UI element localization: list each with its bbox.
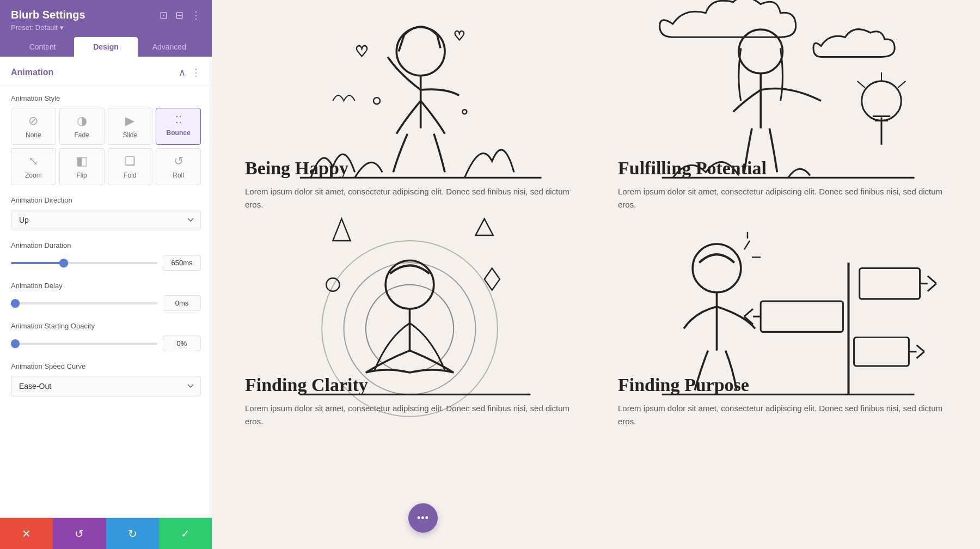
duration-slider-row: 650ms	[11, 255, 201, 271]
delay-slider[interactable]	[11, 302, 157, 304]
section-header-icons: ∧ ⋮	[179, 66, 201, 78]
zoom-label: Zoom	[25, 172, 42, 179]
svg-rect-26	[860, 269, 920, 299]
roll-label: Roll	[173, 172, 184, 179]
panel-title-icons: ⊡ ⊟ ⋮	[160, 9, 201, 21]
layout-icon[interactable]: ⊟	[175, 9, 183, 21]
svg-line-12	[857, 81, 865, 88]
blurb-item-4: Finding Purpose Lorem ipsum dolor sit am…	[618, 239, 947, 428]
reset-button[interactable]: ↺	[53, 518, 106, 549]
speed-select[interactable]: Ease-Out Ease-In Ease-In-Out Linear Boun…	[11, 376, 201, 396]
fold-icon: ❏	[125, 154, 136, 168]
style-label: Animation Style	[11, 94, 201, 102]
panel-tabs: Content Design Advanced	[11, 37, 201, 57]
svg-point-11	[862, 81, 902, 121]
direction-select[interactable]: Up Down Left Right Center	[11, 210, 201, 230]
panel-title-row: Blurb Settings ⊡ ⊟ ⋮	[11, 9, 201, 21]
svg-line-35	[917, 352, 924, 358]
style-slide[interactable]: ▶ Slide	[108, 108, 153, 145]
fab-button[interactable]: •••	[408, 503, 438, 533]
slide-icon: ▶	[125, 114, 134, 128]
svg-point-8	[462, 109, 467, 114]
animation-delay-field: Animation Delay 0ms	[11, 282, 201, 311]
animation-direction-field: Animation Direction 1 Up Down Left Right…	[11, 196, 201, 230]
style-roll[interactable]: ↺ Roll	[156, 148, 201, 185]
cancel-button[interactable]: ✕	[0, 518, 53, 549]
svg-point-15	[739, 29, 783, 74]
animation-section-header: Animation ∧ ⋮	[0, 57, 212, 86]
blurb-title-3: Finding Clarity	[245, 375, 574, 395]
svg-line-30	[744, 309, 753, 316]
roll-icon: ↺	[174, 154, 183, 168]
style-grid: ⊘ None ◑ Fade ▶ Slide ⁚⁚ Bounce	[11, 108, 201, 185]
tab-advanced[interactable]: Advanced	[138, 37, 201, 57]
opacity-slider-row: 0%	[11, 335, 201, 351]
section-more-icon[interactable]: ⋮	[191, 66, 201, 78]
opacity-label: Animation Starting Opacity	[11, 322, 201, 330]
style-none[interactable]: ⊘ None	[11, 108, 56, 145]
collapse-icon[interactable]: ∧	[179, 66, 186, 78]
panel-header: Blurb Settings ⊡ ⊟ ⋮ Preset: Default ▾ C…	[0, 0, 212, 57]
tab-content[interactable]: Content	[11, 37, 74, 57]
bounce-label: Bounce	[167, 129, 191, 137]
opacity-slider[interactable]	[11, 343, 157, 345]
svg-point-36	[693, 244, 741, 292]
panel-preset[interactable]: Preset: Default ▾	[11, 23, 201, 32]
svg-point-23	[326, 278, 339, 291]
svg-point-7	[373, 97, 380, 104]
direction-label: Animation Direction	[11, 196, 201, 204]
style-fade[interactable]: ◑ Fade	[59, 108, 105, 145]
svg-line-34	[917, 345, 924, 352]
main-content: ♡ ♡ Being Happy Lorem ipsum dolor sit am…	[212, 0, 980, 549]
style-fold[interactable]: ❏ Fold	[108, 148, 153, 185]
fade-icon: ◑	[77, 114, 87, 128]
flip-icon: ◧	[76, 154, 88, 168]
none-label: None	[26, 131, 41, 139]
animation-opacity-field: Animation Starting Opacity 0%	[11, 322, 201, 351]
delay-slider-row: 0ms	[11, 295, 201, 311]
blurb-illustration-2	[618, 22, 947, 147]
svg-rect-29	[761, 301, 843, 332]
blurb-item-3: Finding Clarity Lorem ipsum dolor sit am…	[245, 239, 574, 428]
svg-line-27	[928, 276, 936, 284]
bounce-icon: ⁚⁚	[175, 114, 182, 126]
redo-button[interactable]: ↻	[106, 518, 159, 549]
svg-point-1	[396, 27, 445, 76]
duration-value: 650ms	[163, 255, 201, 271]
style-flip[interactable]: ◧ Flip	[59, 148, 105, 185]
zoom-icon: ⤡	[28, 154, 38, 168]
slide-label: Slide	[123, 131, 138, 139]
fab-icon: •••	[417, 513, 429, 524]
blurb-illustration-3	[245, 239, 574, 364]
svg-text:♡: ♡	[355, 43, 369, 60]
blurb-title-4: Finding Purpose	[618, 375, 947, 395]
panel-body: Animation ∧ ⋮ Animation Style ⊘ None ◑ F…	[0, 57, 212, 517]
speed-label: Animation Speed Curve	[11, 362, 201, 370]
blurb-illustration-1: ♡ ♡	[245, 22, 574, 147]
style-zoom[interactable]: ⤡ Zoom	[11, 148, 56, 185]
fade-label: Fade	[74, 131, 89, 139]
fit-icon[interactable]: ⊡	[160, 9, 168, 21]
panel-title: Blurb Settings	[11, 9, 85, 21]
animation-style-field: Animation Style ⊘ None ◑ Fade ▶ Slide	[11, 94, 201, 185]
none-icon: ⊘	[28, 114, 38, 128]
svg-text:♡: ♡	[454, 28, 465, 43]
fold-label: Fold	[124, 172, 136, 179]
blurb-text-3: Lorem ipsum dolor sit amet, consectetur …	[245, 402, 574, 428]
delay-label: Animation Delay	[11, 282, 201, 290]
duration-slider[interactable]	[11, 262, 157, 264]
save-button[interactable]: ✓	[159, 518, 212, 549]
tab-design[interactable]: Design	[74, 37, 137, 57]
more-icon[interactable]: ⋮	[191, 9, 201, 21]
duration-label: Animation Duration	[11, 241, 201, 249]
svg-line-28	[928, 284, 936, 291]
animation-duration-field: Animation Duration 2 650ms	[11, 241, 201, 271]
settings-panel: Blurb Settings ⊡ ⊟ ⋮ Preset: Default ▾ C…	[0, 0, 212, 549]
style-bounce[interactable]: ⁚⁚ Bounce	[156, 108, 201, 145]
opacity-value: 0%	[163, 335, 201, 351]
flip-label: Flip	[76, 172, 87, 179]
blurb-grid: ♡ ♡ Being Happy Lorem ipsum dolor sit am…	[245, 22, 947, 428]
blurb-text-4: Lorem ipsum dolor sit amet, consectetur …	[618, 402, 947, 428]
section-title: Animation	[11, 68, 53, 77]
section-body: Animation Style ⊘ None ◑ Fade ▶ Slide	[0, 86, 212, 416]
